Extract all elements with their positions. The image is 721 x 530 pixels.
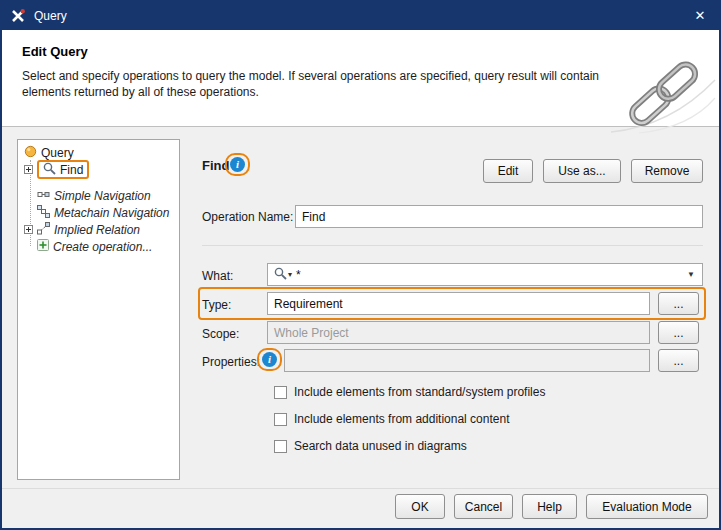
tree-item-simple-navigation[interactable]: Simple Navigation bbox=[24, 187, 151, 204]
properties-browse-button[interactable]: ... bbox=[658, 349, 699, 372]
section-divider bbox=[202, 245, 703, 246]
checkbox-label: Search data unused in diagrams bbox=[294, 439, 467, 453]
search-icon bbox=[43, 162, 56, 178]
evaluation-mode-button[interactable]: Evaluation Mode bbox=[586, 494, 708, 519]
dialog-description: Select and specify operations to query t… bbox=[22, 68, 599, 100]
tree-indent bbox=[24, 191, 33, 200]
operation-name-input[interactable] bbox=[295, 205, 703, 228]
ok-button[interactable]: OK bbox=[395, 494, 445, 519]
dialog-header: Edit Query Select and specify operations… bbox=[2, 30, 719, 127]
tree-item-metachain-navigation[interactable]: Metachain Navigation bbox=[24, 204, 169, 221]
tree-indent bbox=[24, 208, 33, 217]
edit-button[interactable]: Edit bbox=[483, 159, 533, 183]
tree-item-label: Create operation... bbox=[53, 240, 152, 254]
metachain-navigation-icon bbox=[37, 205, 50, 221]
tree-item-implied-relation[interactable]: Implied Relation bbox=[24, 221, 140, 238]
scope-field[interactable]: Whole Project bbox=[267, 321, 650, 344]
cancel-button[interactable]: Cancel bbox=[454, 494, 513, 519]
what-label: What: bbox=[202, 269, 233, 283]
search-unused-data-checkbox[interactable] bbox=[274, 440, 287, 453]
title-bar[interactable]: Query ✕ bbox=[2, 2, 719, 30]
scope-label: Scope: bbox=[202, 327, 239, 341]
chain-image bbox=[605, 52, 717, 137]
chevron-down-icon[interactable]: ▼ bbox=[687, 270, 695, 279]
page-title: Edit Query bbox=[22, 44, 88, 59]
query-dialog: Query ✕ Edit Query Select and specify op… bbox=[0, 0, 721, 530]
create-plus-icon bbox=[37, 239, 49, 254]
operations-tree: Query Find bbox=[17, 139, 180, 480]
tree-item-label: Metachain Navigation bbox=[54, 206, 169, 220]
what-value: * bbox=[296, 268, 301, 282]
include-additional-content-checkbox[interactable] bbox=[274, 413, 287, 426]
window-title: Query bbox=[34, 9, 67, 23]
scope-browse-button[interactable]: ... bbox=[658, 321, 699, 344]
close-icon[interactable]: ✕ bbox=[691, 7, 709, 25]
properties-label: Properties: bbox=[202, 355, 260, 369]
operation-title: Find bbox=[202, 158, 229, 173]
tree-item-label: Query bbox=[41, 146, 74, 160]
magicdraw-logo-icon bbox=[10, 8, 26, 24]
footer-divider bbox=[2, 488, 719, 489]
checkbox-row: Search data unused in diagrams bbox=[274, 439, 467, 453]
checkbox-row: Include elements from additional content bbox=[274, 412, 509, 426]
tree-item-find[interactable]: Find bbox=[24, 161, 89, 178]
find-selection-highlight: Find bbox=[37, 160, 89, 179]
include-standard-profiles-checkbox[interactable] bbox=[274, 386, 287, 399]
help-button[interactable]: Help bbox=[522, 494, 577, 519]
type-browse-button[interactable]: ... bbox=[658, 292, 699, 315]
use-as-button[interactable]: Use as... bbox=[543, 159, 621, 183]
tree-item-label: Simple Navigation bbox=[54, 189, 151, 203]
checkbox-label: Include elements from additional content bbox=[294, 412, 509, 426]
tree-item-label: Find bbox=[60, 163, 83, 177]
checkbox-row: Include elements from standard/system pr… bbox=[274, 385, 545, 399]
tree-item-create-operation[interactable]: Create operation... bbox=[24, 238, 152, 255]
expand-plus-icon[interactable] bbox=[24, 223, 33, 237]
description-line-1: Select and specify operations to query t… bbox=[22, 68, 599, 84]
tree-item-label: Implied Relation bbox=[54, 223, 140, 237]
what-combobox[interactable]: ▾ * ▼ bbox=[267, 263, 703, 286]
simple-navigation-icon bbox=[37, 188, 50, 204]
search-icon bbox=[274, 267, 287, 283]
tree-indent bbox=[24, 242, 33, 251]
implied-relation-icon bbox=[37, 222, 50, 238]
expand-plus-icon[interactable] bbox=[24, 163, 33, 177]
type-field[interactable]: Requirement bbox=[267, 292, 650, 315]
remove-button[interactable]: Remove bbox=[631, 159, 703, 183]
search-mode-arrow-icon: ▾ bbox=[288, 270, 292, 279]
info-icon[interactable]: i bbox=[262, 352, 277, 367]
query-root-icon bbox=[24, 145, 37, 161]
description-line-2: elements returned by all of these operat… bbox=[22, 84, 599, 100]
info-icon[interactable]: i bbox=[230, 157, 245, 172]
operation-name-label: Operation Name: bbox=[202, 210, 293, 224]
type-label: Type: bbox=[202, 298, 231, 312]
checkbox-label: Include elements from standard/system pr… bbox=[294, 385, 545, 399]
tree-item-query-root[interactable]: Query bbox=[24, 144, 74, 161]
properties-field[interactable] bbox=[284, 349, 650, 372]
